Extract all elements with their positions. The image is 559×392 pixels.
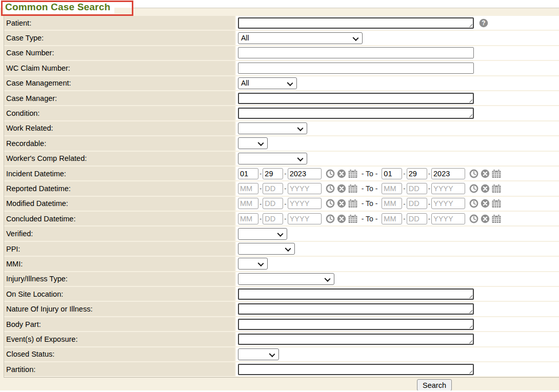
case-management-select[interactable]: All	[238, 77, 297, 89]
recordable-label: Recordable:	[6, 139, 46, 148]
patient-textarea[interactable]	[238, 17, 474, 29]
recordable-select[interactable]	[238, 137, 268, 149]
concluded-datetime-to-month-input[interactable]	[382, 213, 402, 224]
concluded-datetime-row: Concluded Datetime:--- To ---	[4, 212, 559, 225]
modified-datetime-from-year-input[interactable]	[288, 198, 322, 209]
workers-comp-related-row: Worker's Comp Related:	[4, 152, 559, 166]
clock-icon[interactable]	[469, 214, 478, 223]
modified-datetime-from-month-input[interactable]	[238, 198, 258, 209]
injury-illness-type-row: Injury/Illness Type:	[4, 272, 559, 286]
modified-datetime-from-day-input[interactable]	[263, 198, 283, 209]
x-circle-icon[interactable]	[481, 184, 490, 193]
clock-icon[interactable]	[326, 169, 335, 178]
help-icon[interactable]: ?	[479, 18, 488, 28]
reported-datetime-from-year-input[interactable]	[288, 183, 322, 194]
on-site-location-textarea[interactable]	[238, 288, 474, 300]
calendar-icon[interactable]	[492, 169, 501, 178]
workers-comp-related-field-cell	[236, 152, 559, 166]
calendar-icon[interactable]	[348, 169, 357, 178]
mmi-select[interactable]	[238, 258, 268, 270]
date-field-separator: -	[403, 215, 405, 222]
x-circle-icon[interactable]	[337, 214, 346, 223]
ppi-select[interactable]	[238, 243, 295, 255]
wc-claim-number-input[interactable]	[238, 63, 474, 74]
calendar-icon[interactable]	[492, 214, 501, 223]
clock-icon[interactable]	[469, 184, 478, 193]
x-circle-icon[interactable]	[337, 169, 346, 178]
case-type-select[interactable]: All	[238, 32, 363, 44]
search-form: Patient:?Case Type:AllCase Number:WC Cla…	[4, 16, 559, 378]
concluded-datetime-from-year-input[interactable]	[288, 213, 322, 224]
concluded-datetime-from-month-input[interactable]	[238, 213, 258, 224]
case-number-label: Case Number:	[6, 49, 54, 57]
reported-datetime-to-month-input[interactable]	[382, 183, 402, 194]
body-part-textarea[interactable]	[238, 319, 474, 330]
events-of-exposure-textarea[interactable]	[238, 334, 474, 345]
partition-textarea[interactable]	[238, 364, 474, 375]
concluded-datetime-from-icons	[326, 214, 357, 223]
modified-datetime-from-icons	[326, 199, 357, 208]
modified-datetime-to-month-input[interactable]	[382, 198, 402, 209]
concluded-datetime-from-day-input[interactable]	[263, 213, 283, 224]
verified-select[interactable]	[238, 228, 287, 240]
x-circle-icon[interactable]	[481, 199, 490, 208]
reported-datetime-from-day-input[interactable]	[263, 183, 283, 194]
reported-datetime-to-year-input[interactable]	[431, 183, 465, 194]
clock-icon[interactable]	[326, 184, 335, 193]
clock-icon[interactable]	[469, 199, 478, 208]
clock-icon[interactable]	[326, 199, 335, 208]
calendar-icon[interactable]	[348, 184, 357, 193]
injury-illness-type-label-cell: Injury/Illness Type:	[4, 272, 235, 286]
case-type-label-cell: Case Type:	[4, 31, 235, 45]
clock-icon[interactable]	[469, 169, 478, 178]
concluded-datetime-to-year-input[interactable]	[431, 213, 465, 224]
date-field-separator: -	[259, 170, 262, 177]
incident-datetime-from-day-input[interactable]	[263, 168, 283, 179]
modified-datetime-to-day-input[interactable]	[407, 198, 427, 209]
incident-datetime-from-year-input[interactable]	[288, 168, 322, 179]
case-type-row: Case Type:All	[4, 31, 559, 45]
calendar-icon[interactable]	[492, 199, 501, 208]
reported-datetime-field-cell: --- To ---	[236, 181, 559, 195]
calendar-icon[interactable]	[348, 199, 357, 208]
incident-datetime-to-month-input[interactable]	[382, 168, 402, 179]
incident-datetime-to-day-input[interactable]	[407, 168, 427, 179]
work-related-select[interactable]	[238, 122, 307, 134]
condition-label: Condition:	[6, 109, 39, 117]
x-circle-icon[interactable]	[481, 169, 490, 178]
date-field-separator: -	[428, 200, 430, 208]
range-to-label: - To -	[362, 215, 378, 223]
modified-datetime-to-year-input[interactable]	[431, 198, 465, 209]
concluded-datetime-to-day-input[interactable]	[407, 213, 427, 224]
case-number-input[interactable]	[238, 47, 474, 58]
wc-claim-number-field-cell	[236, 61, 559, 75]
on-site-location-label: On Site Location:	[6, 290, 63, 298]
workers-comp-related-select[interactable]	[238, 153, 307, 164]
date-field-separator: -	[428, 184, 430, 192]
search-button[interactable]: Search	[417, 379, 452, 391]
condition-textarea[interactable]	[238, 108, 474, 119]
x-circle-icon[interactable]	[481, 214, 490, 223]
ppi-field-cell	[236, 242, 559, 256]
reported-datetime-to-day-input[interactable]	[407, 183, 427, 194]
patient-label: Patient:	[6, 19, 31, 27]
clock-icon[interactable]	[326, 214, 335, 223]
concluded-datetime-to-icons	[469, 214, 501, 223]
x-circle-icon[interactable]	[337, 184, 346, 193]
case-type-field-cell: All	[236, 31, 559, 45]
nature-of-injury-or-illness-textarea[interactable]	[238, 303, 474, 315]
work-related-label: Work Related:	[6, 124, 53, 132]
svg-text:?: ?	[482, 19, 485, 27]
condition-field-cell	[236, 106, 559, 120]
reported-datetime-from-month-input[interactable]	[238, 183, 258, 194]
closed-status-select[interactable]	[238, 348, 279, 360]
calendar-icon[interactable]	[492, 184, 501, 193]
x-circle-icon[interactable]	[337, 199, 346, 208]
injury-illness-type-select[interactable]	[238, 273, 334, 285]
legend-divider-line	[133, 8, 559, 8]
incident-datetime-to-year-input[interactable]	[431, 168, 465, 179]
case-manager-textarea[interactable]	[238, 93, 474, 104]
events-of-exposure-label-cell: Event(s) of Exposure:	[4, 332, 235, 346]
incident-datetime-from-month-input[interactable]	[238, 168, 258, 179]
calendar-icon[interactable]	[348, 214, 357, 223]
